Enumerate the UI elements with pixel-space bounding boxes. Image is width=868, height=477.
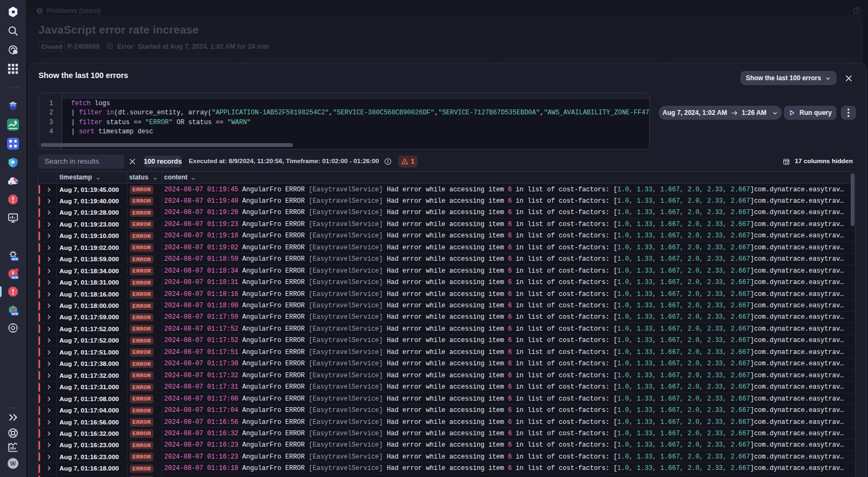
svg-text:NEW: NEW <box>11 276 18 279</box>
svg-text:NEW: NEW <box>11 257 18 261</box>
svg-text:NEW: NEW <box>11 312 18 315</box>
